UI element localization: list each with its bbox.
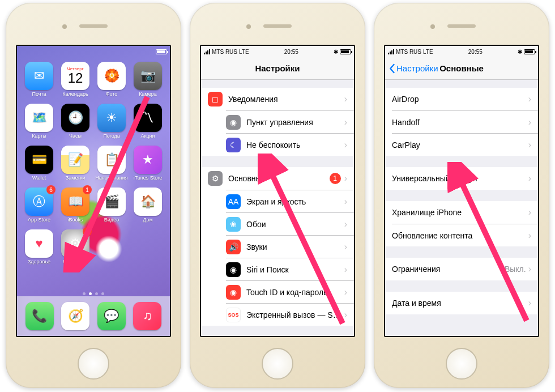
dock-music[interactable]: ♫ <box>133 302 161 330</box>
row-wallpaper[interactable]: ❀Обои› <box>226 212 354 235</box>
status-bar: MTS RUS LTE 20:55 ✱ <box>201 46 354 57</box>
app-label: iTunes Store <box>134 175 163 181</box>
appstore-icon: Ⓐ6 <box>25 188 53 216</box>
phone-camera-dot <box>62 24 67 29</box>
row-accessibility[interactable]: Универсальный доступ› <box>385 167 538 190</box>
chevron-right-icon: › <box>528 231 531 241</box>
home-button[interactable] <box>262 348 293 380</box>
phone-speaker <box>447 24 476 28</box>
app-reminders[interactable]: 📋Напоминания <box>94 146 129 186</box>
row-label: Универсальный доступ <box>392 174 528 183</box>
row-label: Экстренный вызов — SOS <box>246 310 344 319</box>
chevron-right-icon: › <box>528 298 531 308</box>
row-label: CarPlay <box>392 140 528 150</box>
app-notes[interactable]: 📝Заметки <box>58 146 93 186</box>
back-button[interactable]: Настройки <box>388 63 438 74</box>
app-stocks[interactable]: 〽︎Акции <box>130 104 165 144</box>
app-health[interactable]: ♥︎Здоровье <box>22 229 57 270</box>
settings-icon: ⚙︎1 <box>61 229 89 258</box>
row-restrictions[interactable]: ОграниченияВыкл.› <box>385 258 538 280</box>
phone-camera-dot <box>246 24 251 29</box>
app-wallet[interactable]: 💳Wallet <box>22 146 57 186</box>
row-background-refresh[interactable]: Обновление контента› <box>392 224 538 246</box>
phone-speaker <box>263 24 292 28</box>
mail-icon: ✉︎ <box>25 62 53 90</box>
clock-icon: 🕘 <box>61 104 89 132</box>
app-appstore[interactable]: Ⓐ6App Store <box>22 188 57 228</box>
badge: 1 <box>330 173 341 184</box>
row-general[interactable]: ⚙︎Основные1› <box>201 167 354 190</box>
messages-icon: 💬 <box>97 302 126 330</box>
row-control-center[interactable]: ◉Пункт управления› <box>226 110 354 133</box>
wallpaper-icon: ❀ <box>226 217 241 232</box>
row-dnd[interactable]: ☾Не беспокоить› <box>226 133 354 156</box>
app-video[interactable]: 🎬Видео <box>94 188 129 228</box>
sounds-icon: 🔊 <box>226 240 241 254</box>
chevron-right-icon: › <box>344 94 347 104</box>
phone-camera-dot <box>430 24 435 29</box>
row-label: Ограничения <box>392 265 505 274</box>
phone-home: MTS RUS LTE 20:55 ✱ ✉︎Почта Четверг12Кал… <box>6 3 181 388</box>
chevron-right-icon: › <box>344 173 347 184</box>
home-grid: ✉︎Почта Четверг12Календарь 🏵️Фото 📷Камер… <box>17 58 170 291</box>
app-label: Карты <box>32 133 46 139</box>
app-label: Календарь <box>62 91 88 97</box>
app-label: Почта <box>32 91 46 97</box>
page-indicator <box>17 292 170 295</box>
app-weather[interactable]: ☀︎Погода <box>94 104 129 144</box>
row-label: Обновление контента <box>392 231 528 240</box>
row-display[interactable]: AAЭкран и яркость› <box>226 190 354 212</box>
camera-icon: 📷 <box>134 62 162 90</box>
general-list[interactable]: AirDrop› Handoff› CarPlay› Универсальный… <box>385 80 538 336</box>
settings-screen: MTS RUS LTE 20:55 ✱ Настройки ◻︎Уведомле… <box>200 45 355 337</box>
video-icon: 🎬 <box>97 188 126 216</box>
row-sounds[interactable]: 🔊Звуки› <box>226 235 354 258</box>
app-maps[interactable]: 🗺️Карты <box>22 104 57 144</box>
chevron-right-icon: › <box>344 310 347 320</box>
home-icon: 🏠 <box>134 188 162 216</box>
row-carplay[interactable]: CarPlay› <box>392 133 538 156</box>
chevron-right-icon: › <box>344 287 347 297</box>
app-label: Фото <box>106 91 118 97</box>
row-siri[interactable]: ◉Siri и Поиск› <box>226 258 354 280</box>
row-handoff[interactable]: Handoff› <box>392 110 538 133</box>
app-settings[interactable]: ⚙︎1Настройки <box>58 229 93 270</box>
app-itunes[interactable]: ★iTunes Store <box>130 146 165 186</box>
bluetooth-icon: ✱ <box>334 49 338 55</box>
row-label: Пункт управления <box>246 118 344 127</box>
app-mail[interactable]: ✉︎Почта <box>22 62 57 103</box>
row-datetime[interactable]: Дата и время› <box>385 292 538 314</box>
carrier-label: MTS RUS <box>396 49 421 55</box>
app-calendar[interactable]: Четверг12Календарь <box>58 62 93 103</box>
settings-list[interactable]: ◻︎Уведомления› ◉Пункт управления› ☾Не бе… <box>201 80 354 336</box>
touchid-icon: ◉ <box>226 285 241 300</box>
badge: 1 <box>83 185 92 194</box>
notes-icon: 📝 <box>61 146 89 174</box>
nav-bar: Настройки Основные <box>385 57 538 80</box>
row-notifications[interactable]: ◻︎Уведомления› <box>201 88 354 110</box>
dock-phone[interactable]: 📞 <box>25 302 54 330</box>
itunes-icon: ★ <box>134 146 162 174</box>
home-button[interactable] <box>446 348 477 380</box>
app-photos[interactable]: 🏵️Фото <box>94 62 129 103</box>
ibooks-icon: 📖1 <box>61 188 89 216</box>
app-label: Настройки <box>63 259 88 265</box>
chevron-right-icon: › <box>528 207 531 218</box>
row-storage[interactable]: Хранилище iPhone› <box>385 201 538 224</box>
signal-icon <box>388 49 394 54</box>
app-home[interactable]: 🏠Дом <box>130 188 165 228</box>
dock-safari[interactable]: 🧭 <box>61 302 89 330</box>
app-camera[interactable]: 📷Камера <box>130 62 165 103</box>
app-ibooks[interactable]: 📖1iBooks <box>58 188 93 228</box>
row-airdrop[interactable]: AirDrop› <box>385 88 538 110</box>
row-label: Handoff <box>392 118 528 127</box>
display-icon: AA <box>226 194 241 209</box>
chevron-right-icon: › <box>344 117 347 127</box>
app-clock[interactable]: 🕘Часы <box>58 104 93 144</box>
row-sos[interactable]: SOSЭкстренный вызов — SOS› <box>226 303 354 326</box>
app-label: Погода <box>103 133 120 139</box>
dock-messages[interactable]: 💬 <box>97 302 126 330</box>
row-touchid[interactable]: ◉Touch ID и код-пароль› <box>226 280 354 303</box>
home-button[interactable] <box>78 348 109 380</box>
row-label: Touch ID и код-пароль <box>246 288 344 297</box>
